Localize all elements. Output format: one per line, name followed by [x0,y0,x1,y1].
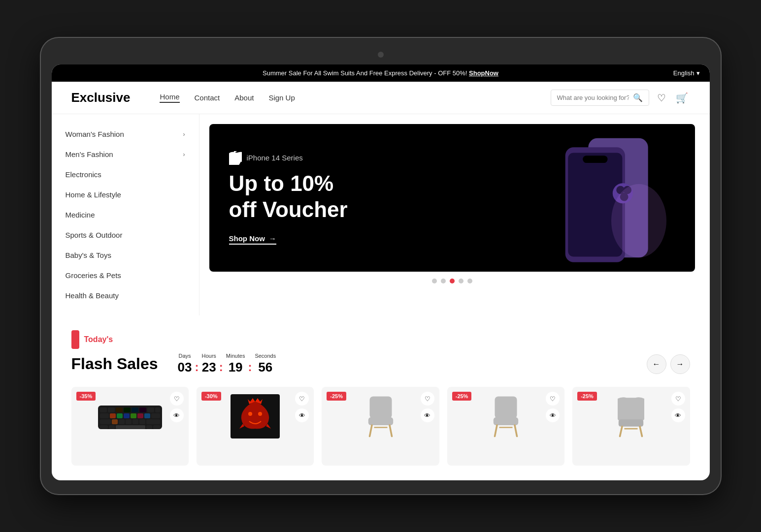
flash-nav: ← → [647,354,690,374]
product-badge-4: -25% [452,392,472,401]
product-card-chair-1[interactable]: -25% ♡ 👁 [322,387,439,466]
sidebar-item-sports-outdoor[interactable]: Sports & Outdoor [52,225,199,245]
search-icon[interactable]: 🔍 [633,93,643,102]
product-actions-1: ♡ 👁 [170,392,184,422]
sidebar-item-babys-toys[interactable]: Baby's & Toys [52,245,199,265]
sidebar-item-womans-fashion[interactable]: Woman's Fashion › [52,124,199,144]
nav-about[interactable]: About [234,94,254,102]
header: Exclusive Home Contact About Sign Up 🔍 ♡… [52,82,710,114]
product-card-keyboard[interactable]: -35% ♡ 👁 [71,387,189,466]
product-actions-4: ♡ 👁 [546,392,560,422]
product-card-chair-3[interactable]: -25% ♡ 👁 [572,387,690,466]
svg-line-44 [390,425,392,437]
sidebar-label: Sports & Outdoor [66,231,123,239]
wishlist-button-1[interactable]: ♡ [170,392,184,406]
sidebar-item-electronics[interactable]: Electronics [52,164,199,185]
announcement-text: Summer Sale For All Swim Suits And Free … [263,69,467,77]
svg-rect-16 [147,407,154,412]
svg-line-43 [369,425,372,437]
announcement-cta[interactable]: ShopNow [469,69,498,77]
svg-rect-12 [116,407,123,412]
product-actions-2: ♡ 👁 [295,392,309,422]
hero-content: iPhone 14 Series Up to 10% off Voucher S… [229,151,675,245]
svg-rect-35 [116,425,145,429]
sidebar-item-medicine[interactable]: Medicine [52,205,199,225]
search-bar[interactable]: 🔍 [551,90,649,106]
svg-point-39 [248,412,252,416]
wishlist-button-5[interactable]: ♡ [671,392,685,406]
chair-2-svg [486,394,526,438]
svg-rect-18 [100,413,109,418]
wishlist-icon[interactable]: ♡ [655,90,668,106]
svg-rect-23 [137,413,143,418]
section-tag: Today's [71,330,690,349]
svg-rect-37 [153,425,160,429]
svg-rect-31 [139,419,145,424]
svg-rect-30 [132,419,138,424]
svg-rect-36 [146,425,152,429]
cart-icon[interactable]: 🛒 [674,90,690,106]
sidebar-label: Medicine [66,211,95,219]
svg-point-40 [258,412,262,416]
quickview-button-4[interactable]: 👁 [546,408,560,422]
hero-brand: iPhone 14 Series [229,151,675,165]
carousel-dot-3[interactable] [450,279,455,283]
svg-rect-34 [109,425,115,429]
svg-rect-22 [131,413,136,418]
sidebar: Woman's Fashion › Men's Fashion › Electr… [52,114,199,315]
sidebar-label: Electronics [66,170,101,179]
product-card-chair-2[interactable]: -25% ♡ 👁 [447,387,564,466]
header-actions: 🔍 ♡ 🛒 [551,90,690,106]
quickview-button-2[interactable]: 👁 [295,408,309,422]
product-actions-3: ♡ 👁 [421,392,434,422]
chair-3-svg [611,394,651,438]
carousel-dot-4[interactable] [459,279,463,283]
svg-line-53 [640,427,642,437]
wishlist-button-3[interactable]: ♡ [421,392,434,406]
nav-home[interactable]: Home [160,93,179,103]
quickview-button-1[interactable]: 👁 [170,408,184,422]
prev-arrow-button[interactable]: ← [647,354,666,374]
sidebar-item-groceries-pets[interactable]: Groceries & Pets [52,265,199,285]
products-row: -35% ♡ 👁 [71,387,690,466]
quickview-button-5[interactable]: 👁 [671,408,685,422]
svg-rect-24 [144,413,150,418]
wishlist-button-2[interactable]: ♡ [295,392,309,406]
hero-area: iPhone 14 Series Up to 10% off Voucher S… [199,114,710,315]
hero-title: Up to 10% off Voucher [229,171,675,223]
nav-signup[interactable]: Sign Up [268,94,295,102]
svg-rect-10 [100,407,107,412]
logo[interactable]: Exclusive [71,90,131,105]
search-input[interactable] [557,94,629,101]
main-content: Woman's Fashion › Men's Fashion › Electr… [52,114,710,315]
nav-contact[interactable]: Contact [195,94,220,102]
chevron-right-icon: › [183,151,185,158]
shop-now-button[interactable]: Shop Now → [229,234,276,245]
countdown-sep-2: : [219,360,223,375]
svg-rect-26 [100,419,111,424]
product-card-dragon[interactable]: -30% ♡ 👁 [197,387,314,466]
next-arrow-button[interactable]: → [670,354,690,374]
svg-rect-28 [119,419,125,424]
quickview-button-3[interactable]: 👁 [421,408,434,422]
carousel-dot-5[interactable] [467,279,472,283]
product-badge-3: -25% [327,392,346,401]
wishlist-button-4[interactable]: ♡ [546,392,560,406]
flash-title: Flash Sales [71,355,158,373]
chevron-down-icon: ▾ [696,69,700,77]
product-badge-1: -35% [76,392,96,401]
svg-rect-17 [155,407,160,412]
section-tag-label: Today's [84,335,113,344]
sidebar-item-health-beauty[interactable]: Health & Beauty [52,285,199,306]
arrow-right-icon: → [269,234,276,243]
carousel-dot-1[interactable] [432,279,437,283]
countdown-hours: Hours 23 [202,353,216,375]
language-selector[interactable]: English ▾ [673,69,700,77]
dragon-svg [231,394,280,438]
sidebar-item-mens-fashion[interactable]: Men's Fashion › [52,144,199,164]
svg-line-49 [515,425,517,437]
carousel-dot-2[interactable] [441,279,446,283]
sidebar-item-home-lifestyle[interactable]: Home & Lifestyle [52,185,199,205]
svg-rect-41 [369,397,392,419]
apple-logo-icon [229,151,242,165]
